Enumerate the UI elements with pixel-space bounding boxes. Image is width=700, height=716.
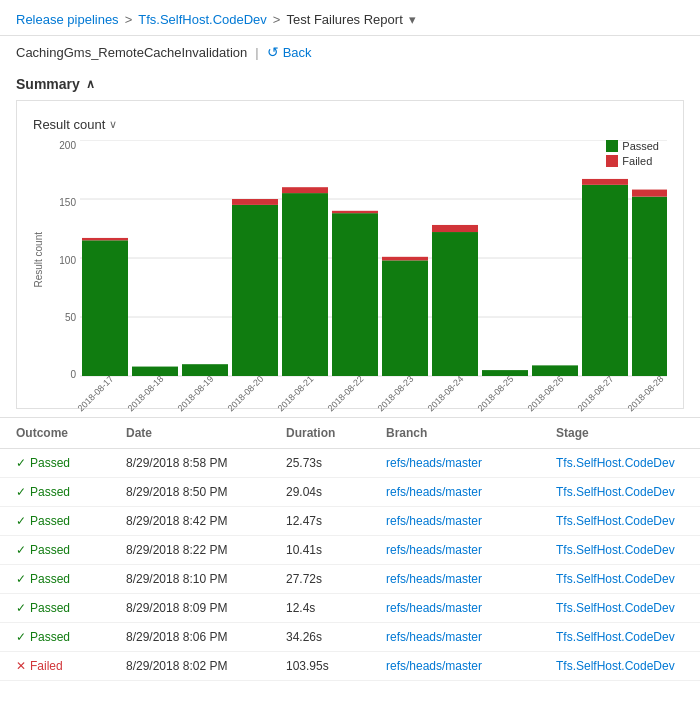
branch-cell[interactable]: refs/heads/master (386, 572, 556, 586)
breadcrumb-dropdown-icon[interactable]: ▾ (409, 12, 416, 27)
check-icon: ✓ (16, 572, 26, 586)
duration-cell: 34.26s (286, 630, 386, 644)
svg-rect-18 (432, 225, 478, 232)
branch-cell[interactable]: refs/heads/master (386, 456, 556, 470)
svg-rect-13 (332, 213, 378, 376)
col-outcome: Outcome (16, 426, 126, 440)
table-row[interactable]: ✓ Passed 8/29/2018 8:22 PM 10.41s refs/h… (0, 536, 700, 565)
legend-passed: Passed (606, 140, 659, 152)
svg-rect-9 (232, 205, 278, 376)
y-label-200: 200 (59, 140, 76, 151)
col-date: Date (126, 426, 286, 440)
date-cell: 8/29/2018 8:22 PM (126, 543, 286, 557)
svg-rect-6 (82, 238, 128, 240)
x-icon: ✕ (16, 659, 26, 673)
branch-cell[interactable]: refs/heads/master (386, 514, 556, 528)
date-cell: 8/29/2018 8:02 PM (126, 659, 286, 673)
svg-rect-22 (582, 179, 628, 185)
col-branch: Branch (386, 426, 556, 440)
table-row[interactable]: ✓ Passed 8/29/2018 8:09 PM 12.4s refs/he… (0, 594, 700, 623)
stage-cell[interactable]: Tfs.SelfHost.CodeDev (556, 456, 684, 470)
table-header: Outcome Date Duration Branch Stage (0, 418, 700, 449)
check-icon: ✓ (16, 485, 26, 499)
stage-cell[interactable]: Tfs.SelfHost.CodeDev (556, 630, 684, 644)
table-row[interactable]: ✓ Passed 8/29/2018 8:10 PM 27.72s refs/h… (0, 565, 700, 594)
duration-cell: 27.72s (286, 572, 386, 586)
stage-cell[interactable]: Tfs.SelfHost.CodeDev (556, 572, 684, 586)
chart-legend: Passed Failed (606, 140, 659, 167)
date-cell: 8/29/2018 8:58 PM (126, 456, 286, 470)
check-icon: ✓ (16, 601, 26, 615)
svg-rect-5 (82, 240, 128, 376)
date-cell: 8/29/2018 8:06 PM (126, 630, 286, 644)
stage-cell[interactable]: Tfs.SelfHost.CodeDev (556, 601, 684, 615)
stage-cell[interactable]: Tfs.SelfHost.CodeDev (556, 485, 684, 499)
table-row[interactable]: ✕ Failed 8/29/2018 8:02 PM 103.95s refs/… (0, 652, 700, 681)
outcome-label: Passed (30, 543, 70, 557)
toolbar-separator: | (255, 45, 258, 60)
back-label: Back (283, 45, 312, 60)
y-label-100: 100 (59, 255, 76, 266)
branch-cell[interactable]: refs/heads/master (386, 659, 556, 673)
outcome-label: Passed (30, 456, 70, 470)
result-count-label[interactable]: Result count ∨ (33, 117, 667, 132)
outcome-label: Passed (30, 601, 70, 615)
outcome-label: Failed (30, 659, 63, 673)
outcome-cell: ✓ Passed (16, 485, 126, 499)
outcome-label: Passed (30, 514, 70, 528)
breadcrumb-part1[interactable]: Release pipelines (16, 12, 119, 27)
table-row[interactable]: ✓ Passed 8/29/2018 8:42 PM 12.47s refs/h… (0, 507, 700, 536)
duration-cell: 25.73s (286, 456, 386, 470)
outcome-label: Passed (30, 630, 70, 644)
outcome-cell: ✓ Passed (16, 601, 126, 615)
date-cell: 8/29/2018 8:42 PM (126, 514, 286, 528)
x-labels: 2018-08-172018-08-182018-08-192018-08-20… (33, 384, 667, 400)
back-button[interactable]: ↺ Back (267, 44, 312, 60)
outcome-label: Passed (30, 485, 70, 499)
table-row[interactable]: ✓ Passed 8/29/2018 8:50 PM 29.04s refs/h… (0, 478, 700, 507)
svg-rect-8 (182, 364, 228, 376)
svg-rect-17 (432, 232, 478, 376)
outcome-label: Passed (30, 572, 70, 586)
duration-cell: 12.47s (286, 514, 386, 528)
header: Release pipelines > Tfs.SelfHost.CodeDev… (0, 0, 700, 36)
check-icon: ✓ (16, 630, 26, 644)
date-cell: 8/29/2018 8:09 PM (126, 601, 286, 615)
branch-cell[interactable]: refs/heads/master (386, 485, 556, 499)
chart-svg (80, 140, 667, 380)
svg-rect-10 (232, 199, 278, 205)
branch-cell[interactable]: refs/heads/master (386, 601, 556, 615)
stage-cell[interactable]: Tfs.SelfHost.CodeDev (556, 514, 684, 528)
duration-cell: 103.95s (286, 659, 386, 673)
svg-rect-20 (532, 365, 578, 376)
duration-cell: 12.4s (286, 601, 386, 615)
chart-title-dropdown[interactable]: ∨ (109, 118, 117, 131)
toolbar: CachingGms_RemoteCacheInvalidation | ↺ B… (0, 36, 700, 68)
svg-rect-14 (332, 211, 378, 213)
date-cell: 8/29/2018 8:10 PM (126, 572, 286, 586)
check-icon: ✓ (16, 514, 26, 528)
chart-title: Result count (33, 117, 105, 132)
y-axis-title: Result count (33, 232, 44, 288)
legend-passed-box (606, 140, 618, 152)
col-stage: Stage (556, 426, 684, 440)
y-label-50: 50 (65, 312, 76, 323)
table-body: ✓ Passed 8/29/2018 8:58 PM 25.73s refs/h… (0, 449, 700, 681)
breadcrumb-part2[interactable]: Tfs.SelfHost.CodeDev (138, 12, 267, 27)
stage-cell[interactable]: Tfs.SelfHost.CodeDev (556, 659, 684, 673)
breadcrumb-part3: Test Failures Report (286, 12, 402, 27)
y-label-0: 0 (70, 369, 76, 380)
table-section: Outcome Date Duration Branch Stage ✓ Pas… (0, 417, 700, 681)
outcome-cell: ✓ Passed (16, 572, 126, 586)
branch-cell[interactable]: refs/heads/master (386, 630, 556, 644)
summary-header[interactable]: Summary ∧ (16, 76, 684, 100)
table-row[interactable]: ✓ Passed 8/29/2018 8:58 PM 25.73s refs/h… (0, 449, 700, 478)
outcome-cell: ✓ Passed (16, 630, 126, 644)
svg-rect-16 (382, 257, 428, 261)
legend-passed-label: Passed (622, 140, 659, 152)
stage-cell[interactable]: Tfs.SelfHost.CodeDev (556, 543, 684, 557)
outcome-cell: ✕ Failed (16, 659, 126, 673)
svg-rect-24 (632, 190, 667, 197)
branch-cell[interactable]: refs/heads/master (386, 543, 556, 557)
table-row[interactable]: ✓ Passed 8/29/2018 8:06 PM 34.26s refs/h… (0, 623, 700, 652)
